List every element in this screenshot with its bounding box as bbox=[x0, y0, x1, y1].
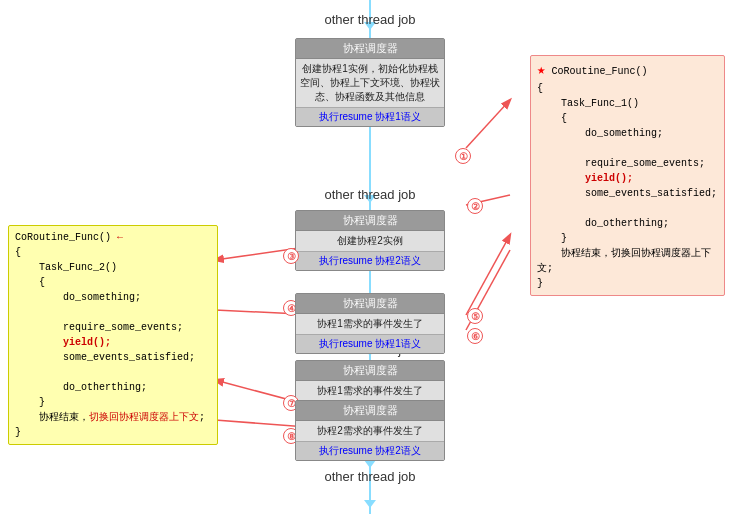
other-thread-4: other thread job bbox=[270, 465, 470, 488]
scheduler-body-1: 创建协程1实例，初始化协程栈空间、协程上下文环境、协程状态、协程函数及其他信息 bbox=[296, 59, 444, 107]
code-left-line-1: CoRoutine_Func() ← bbox=[15, 230, 211, 245]
code-right-line-3: Task_Func_1() bbox=[537, 96, 718, 111]
code-right-line-1: ★ CoRoutine_Func() bbox=[537, 60, 718, 81]
code-left-line-11: do_otherthing; bbox=[15, 380, 211, 395]
badge-6: ⑥ bbox=[467, 328, 483, 344]
code-right-line-12: } bbox=[537, 231, 718, 246]
code-left-yield: yield(); bbox=[15, 335, 211, 350]
scheduler-body-e1: 协程1需求的事件发生了 bbox=[296, 314, 444, 334]
code-right-line-13: 协程结束，切换回协程调度器上下文; bbox=[537, 246, 718, 276]
code-right-line-6 bbox=[537, 141, 718, 156]
scheduler-action-2: 执行resume 协程2语义 bbox=[296, 251, 444, 270]
scheduler-box-event2: 协程调度器 协程2需求的事件发生了 执行resume 协程2语义 bbox=[295, 400, 445, 461]
scheduler-action-1: 执行resume 协程1语义 bbox=[296, 107, 444, 126]
code-left-line-3: Task_Func_2() bbox=[15, 260, 211, 275]
code-left-line-10 bbox=[15, 365, 211, 380]
scheduler-action-e1: 执行resume 协程1语义 bbox=[296, 334, 444, 353]
code-left-line-14: } bbox=[15, 425, 211, 440]
code-left-line-4: { bbox=[15, 275, 211, 290]
scheduler-box-2: 协程调度器 创建协程2实例 执行resume 协程2语义 bbox=[295, 210, 445, 271]
code-right-line-9: some_events_satisfied; bbox=[537, 186, 718, 201]
scheduler-title-e1: 协程调度器 bbox=[296, 294, 444, 314]
scheduler-box-event1: 协程调度器 协程1需求的事件发生了 执行resume 协程1语义 bbox=[295, 293, 445, 354]
svg-line-10 bbox=[466, 235, 510, 315]
scheduler-title-1: 协程调度器 bbox=[296, 39, 444, 59]
badge-3: ③ bbox=[283, 248, 299, 264]
scheduler-action-e2: 执行resume 协程2语义 bbox=[296, 441, 444, 460]
code-right-line-7: require_some_events; bbox=[537, 156, 718, 171]
code-left-line-2: { bbox=[15, 245, 211, 260]
scheduler-title-e2: 协程调度器 bbox=[296, 401, 444, 421]
code-left-line-12: } bbox=[15, 395, 211, 410]
badge-5: ⑤ bbox=[467, 308, 483, 324]
scheduler-body-e2: 协程2需求的事件发生了 bbox=[296, 421, 444, 441]
svg-marker-5 bbox=[364, 500, 376, 508]
code-right-line-14: } bbox=[537, 276, 718, 291]
code-left-line-6 bbox=[15, 305, 211, 320]
code-right-line-4: { bbox=[537, 111, 718, 126]
scheduler-title-2: 协程调度器 bbox=[296, 211, 444, 231]
code-right-line-5: do_something; bbox=[537, 126, 718, 141]
badge-2: ② bbox=[467, 198, 483, 214]
scheduler-body-2: 创建协程2实例 bbox=[296, 231, 444, 251]
code-left-line-5: do_something; bbox=[15, 290, 211, 305]
code-right-line-11: do_otherthing; bbox=[537, 216, 718, 231]
code-right-line-10 bbox=[537, 201, 718, 216]
code-left-line-7: require_some_events; bbox=[15, 320, 211, 335]
badge-1: ① bbox=[455, 148, 471, 164]
scheduler-title-3: 协程调度器 bbox=[296, 361, 444, 381]
scheduler-body-3: 协程1需求的事件发生了 bbox=[296, 381, 444, 401]
code-right-yield: yield(); bbox=[537, 171, 718, 186]
code-box-right: ★ CoRoutine_Func() { Task_Func_1() { do_… bbox=[530, 55, 725, 296]
code-right-line-2: { bbox=[537, 81, 718, 96]
svg-line-6 bbox=[466, 100, 510, 148]
diagram-container: other thread job 协程调度器 创建协程1实例，初始化协程栈空间、… bbox=[0, 0, 733, 514]
scheduler-box-1: 协程调度器 创建协程1实例，初始化协程栈空间、协程上下文环境、协程状态、协程函数… bbox=[295, 38, 445, 127]
code-left-line-13: 协程结束，切换回协程调度器上下文; bbox=[15, 410, 211, 425]
code-box-left: CoRoutine_Func() ← { Task_Func_2() { do_… bbox=[8, 225, 218, 445]
other-thread-2: other thread job bbox=[270, 183, 470, 206]
other-thread-top: other thread job bbox=[270, 8, 470, 31]
code-left-line-9: some_events_satisfied; bbox=[15, 350, 211, 365]
